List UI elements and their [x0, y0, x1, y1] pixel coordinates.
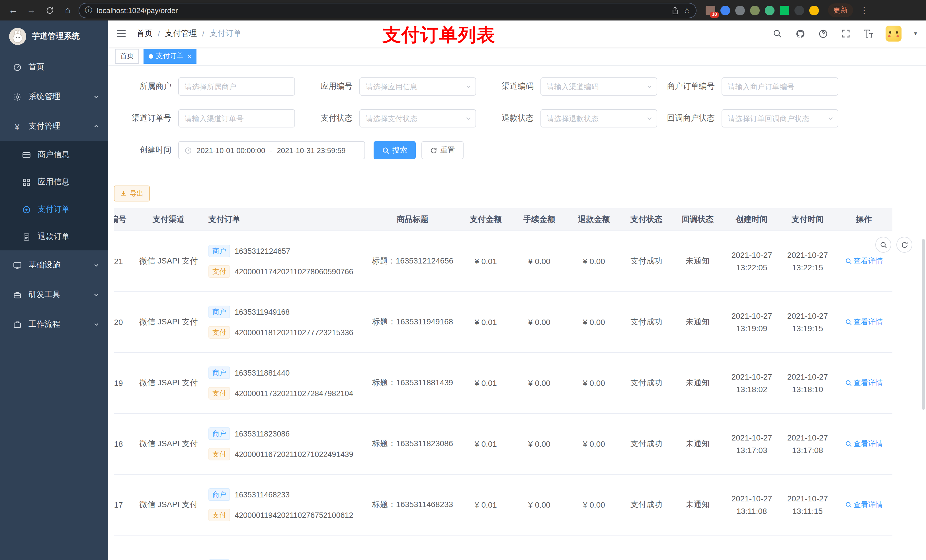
- avatar-caret-icon[interactable]: ▼: [913, 31, 918, 36]
- date-range-start: 2021-10-01 00:00:00: [197, 146, 265, 154]
- browser-forward-button[interactable]: →: [24, 3, 39, 18]
- pay-amount: ¥ 0.01: [460, 500, 512, 509]
- pay-tag: 支付: [209, 509, 230, 521]
- notify-status: 未通知: [672, 439, 724, 449]
- clock-icon: [185, 146, 192, 154]
- chrome-update-button[interactable]: 更新: [828, 3, 853, 17]
- breadcrumb-home[interactable]: 首页: [137, 29, 153, 39]
- vue-devtools-icon[interactable]: [765, 5, 775, 15]
- site-info-icon[interactable]: ⓘ: [85, 5, 92, 15]
- pay-tag: 支付: [209, 448, 230, 460]
- pay-channel: 微信 JSAPI 支付: [137, 439, 200, 449]
- search-button[interactable]: [772, 28, 783, 39]
- view-detail-link[interactable]: 查看详情: [845, 439, 883, 449]
- reset-button[interactable]: 重置: [421, 141, 464, 159]
- extension-badge: 10: [710, 12, 719, 17]
- user-avatar[interactable]: [885, 26, 902, 42]
- notify-status: 未通知: [672, 317, 724, 327]
- search-icon: [845, 501, 852, 508]
- annotation-title: 支付订单列表: [383, 23, 495, 48]
- browser-back-button[interactable]: ←: [6, 3, 21, 18]
- docs-help-button[interactable]: [817, 28, 829, 39]
- sidebar-item-merchant-info[interactable]: 商户信息: [0, 141, 108, 169]
- channel-order-no-filter-input[interactable]: [178, 109, 295, 127]
- merchant-filter-input[interactable]: [178, 77, 295, 96]
- pay-tag: 支付: [209, 326, 230, 339]
- chevron-down-icon: [94, 322, 99, 327]
- extension-icon[interactable]: [794, 5, 804, 15]
- browser-menu-button[interactable]: ⋮: [860, 5, 869, 15]
- paid-time: 2021-10-27 13:18:10: [784, 370, 831, 395]
- view-detail-link[interactable]: 查看详情: [845, 378, 883, 388]
- export-button[interactable]: 导出: [114, 186, 150, 201]
- extension-icon[interactable]: [780, 5, 789, 15]
- profile-avatar-icon[interactable]: [809, 5, 819, 15]
- chevron-down-icon: [94, 292, 99, 297]
- pay-submenu: 商户信息 应用信息 支付订单: [0, 141, 108, 251]
- logo: 芋道管理系统: [0, 21, 108, 52]
- share-button[interactable]: [672, 6, 679, 15]
- sidebar-toggle-button[interactable]: [116, 28, 127, 39]
- url-bar[interactable]: ⓘ localhost:1024/pay/order ☆: [79, 3, 696, 18]
- browser-home-button[interactable]: ⌂: [61, 3, 75, 18]
- extension-icon[interactable]: [750, 5, 760, 15]
- create-time-range-picker[interactable]: 2021-10-01 00:00:00 - 2021-10-31 23:59:5…: [178, 141, 365, 159]
- tag-pay-order[interactable]: 支付订单 ×: [144, 49, 197, 63]
- fullscreen-button[interactable]: [840, 28, 851, 39]
- refresh-icon: [430, 146, 437, 154]
- browser-reload-button[interactable]: [42, 3, 57, 18]
- pay-order-cell: 商户 1635311823086 支付 42000011672021102710…: [200, 427, 366, 460]
- extension-icon[interactable]: [735, 5, 745, 15]
- view-detail-link[interactable]: 查看详情: [845, 500, 883, 510]
- refund-amount: ¥ 0.00: [567, 318, 621, 327]
- table-row: 21 微信 JSAPI 支付 商户 1635312124657 支付 42000…: [114, 231, 893, 292]
- sidebar-item-app-info[interactable]: 应用信息: [0, 169, 108, 196]
- github-button[interactable]: [794, 28, 806, 39]
- view-detail-link[interactable]: 查看详情: [845, 317, 883, 327]
- font-size-button[interactable]: [863, 28, 874, 39]
- refund-status-filter-select[interactable]: [540, 109, 657, 127]
- sidebar-item-workflow[interactable]: 工作流程: [0, 309, 108, 339]
- notify-status: 未通知: [672, 256, 724, 266]
- question-icon: [818, 29, 828, 38]
- toggle-search-button[interactable]: [875, 237, 891, 253]
- grid-icon: [22, 178, 31, 187]
- sidebar-item-refund-order[interactable]: 退款订单: [0, 223, 108, 251]
- channel-code-filter-label: 渠道编码: [476, 82, 540, 92]
- view-detail-link[interactable]: 查看详情: [845, 256, 883, 266]
- paid-time: 2021-10-27 13:17:08: [784, 432, 831, 456]
- merchant-tag: 商户: [209, 306, 230, 318]
- pay-status-filter-select[interactable]: [359, 109, 476, 127]
- search-button[interactable]: 搜索: [374, 141, 416, 159]
- created-time: 2021-10-27 13:22:05: [728, 249, 775, 274]
- pay-channel: 微信 JSAPI 支付: [137, 378, 200, 388]
- fullscreen-icon: [841, 29, 850, 38]
- sidebar-item-infra[interactable]: 基础设施: [0, 251, 108, 280]
- sidebar-item-system[interactable]: 系统管理: [0, 82, 108, 112]
- merchant-order-no-filter-input[interactable]: [722, 77, 838, 96]
- app-no-filter-select[interactable]: [359, 77, 476, 96]
- refresh-table-button[interactable]: [896, 237, 912, 253]
- sidebar-item-home[interactable]: 首页: [0, 52, 108, 82]
- notify-status-filter-select[interactable]: [722, 109, 838, 127]
- record-icon: [22, 205, 31, 214]
- sidebar-item-devtools[interactable]: 研发工具: [0, 280, 108, 309]
- chevron-down-icon: [94, 263, 99, 268]
- sidebar-item-pay-order[interactable]: 支付订单: [0, 196, 108, 223]
- sidebar-item-pay[interactable]: ¥ 支付管理: [0, 112, 108, 141]
- pay-status-filter-label: 支付状态: [295, 113, 359, 124]
- breadcrumb-section[interactable]: 支付管理: [165, 29, 197, 39]
- pay-order-cell: 商户 1635311949168 支付 42000011812021102777…: [200, 306, 366, 339]
- extension-icon[interactable]: [720, 5, 730, 15]
- notify-status: 未通知: [672, 500, 724, 510]
- gear-icon: [12, 92, 22, 101]
- product-title: 标题：1635312124656: [366, 256, 460, 266]
- paid-time: 2021-10-27 13:19:15: [784, 309, 831, 335]
- extension-icon[interactable]: 10: [706, 5, 715, 15]
- tag-home[interactable]: 首页: [115, 49, 139, 63]
- close-icon[interactable]: ×: [188, 52, 191, 60]
- scrollbar[interactable]: [922, 239, 925, 410]
- channel-pay-no: 4200001174202110278060590766: [235, 267, 353, 276]
- bookmark-star-button[interactable]: ☆: [684, 6, 690, 15]
- channel-code-filter-select[interactable]: [540, 77, 657, 96]
